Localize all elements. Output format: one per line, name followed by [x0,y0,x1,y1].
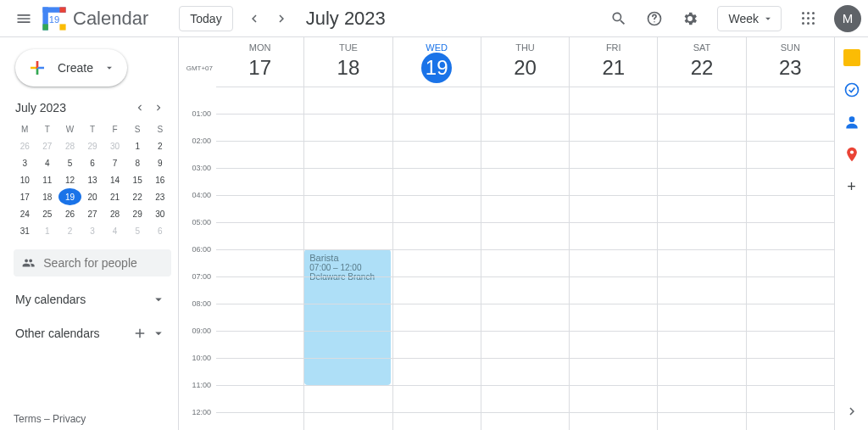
mini-day-cell[interactable]: 15 [126,171,149,188]
mini-day-cell[interactable]: 25 [36,205,59,222]
mini-day-cell[interactable]: 4 [36,154,59,171]
mini-day-cell[interactable]: 4 [103,222,126,239]
day-column[interactable] [392,87,481,430]
view-selector-label: Week [728,12,759,25]
mini-day-cell[interactable]: 13 [81,171,104,188]
my-calendars-toggle[interactable]: My calendars [14,288,171,310]
mini-dow-header: F [103,120,126,137]
mini-day-cell[interactable]: 11 [36,171,59,188]
mini-next-button[interactable] [149,98,168,117]
date-number[interactable]: 17 [245,53,275,83]
privacy-link[interactable]: Privacy [53,413,86,425]
date-number[interactable]: 23 [775,53,805,83]
mini-day-cell[interactable]: 27 [36,137,59,154]
search-people-input[interactable] [43,256,163,270]
next-period-button[interactable] [269,6,294,31]
mini-day-cell[interactable]: 14 [103,171,126,188]
mini-day-cell[interactable]: 6 [148,222,171,239]
tasks-button[interactable] [843,81,860,98]
search-button[interactable] [604,3,634,34]
view-selector[interactable]: Week [717,6,782,31]
mini-day-cell[interactable]: 22 [126,188,149,205]
app-title: Calendar [73,8,148,30]
date-number[interactable]: 18 [333,53,364,83]
day-of-week-label: Sun [747,42,834,53]
mini-day-cell[interactable]: 28 [58,137,81,154]
mini-day-cell[interactable]: 19 [58,188,81,205]
terms-link[interactable]: Terms [14,413,42,425]
hide-side-panel-button[interactable] [838,398,865,425]
main-menu-button[interactable] [7,2,41,36]
mini-day-cell[interactable]: 2 [58,222,81,239]
time-label: 09:00 [179,327,216,354]
mini-day-cell[interactable]: 3 [81,222,104,239]
other-calendars-toggle[interactable]: Other calendars [14,322,171,344]
mini-day-cell[interactable]: 21 [103,188,126,205]
calendar-grid[interactable]: 01:0002:0003:0004:0005:0006:0007:0008:00… [179,87,834,430]
prev-period-button[interactable] [242,6,267,31]
mini-day-cell[interactable]: 3 [14,154,36,171]
mini-calendar: MTWTFSS262728293012345678910111213141516… [14,120,171,239]
settings-button[interactable] [675,3,705,34]
mini-day-cell[interactable]: 9 [148,154,171,171]
mini-day-cell[interactable]: 7 [103,154,126,171]
account-avatar[interactable]: M [834,5,861,32]
mini-day-cell[interactable]: 30 [148,205,171,222]
create-button[interactable]: Create [15,49,127,87]
mini-day-cell[interactable]: 26 [14,137,36,154]
mini-day-cell[interactable]: 10 [14,171,36,188]
contacts-button[interactable] [843,114,860,131]
time-label: 11:00 [179,381,216,408]
today-button[interactable]: Today [179,6,232,31]
mini-day-cell[interactable]: 23 [148,188,171,205]
day-column[interactable] [746,87,834,430]
day-header: Sun23 [746,37,834,87]
mini-day-cell[interactable]: 26 [58,205,81,222]
day-column[interactable] [657,87,745,430]
mini-day-cell[interactable]: 31 [14,222,36,239]
google-apps-button[interactable] [793,3,824,34]
day-column[interactable] [216,87,303,430]
day-column[interactable]: Barista07:00 – 12:00Delaware Branch [303,87,392,430]
mini-prev-button[interactable] [131,98,149,117]
date-number[interactable]: 22 [687,53,717,83]
mini-day-cell[interactable]: 1 [36,222,59,239]
plus-icon [27,58,47,78]
maps-button[interactable] [843,146,860,163]
calendar-event[interactable]: Barista07:00 – 12:00Delaware Branch [304,249,390,385]
search-people-field[interactable] [14,249,171,276]
keep-button[interactable] [843,49,860,66]
support-button[interactable] [639,3,670,34]
day-column[interactable] [481,87,569,430]
mini-day-cell[interactable]: 6 [81,154,104,171]
mini-day-cell[interactable]: 27 [81,205,104,222]
mini-day-cell[interactable]: 1 [126,137,149,154]
mini-day-cell[interactable]: 8 [126,154,149,171]
date-number[interactable]: 19 [421,53,452,83]
mini-day-cell[interactable]: 29 [81,137,104,154]
chevron-down-icon [151,292,166,307]
day-of-week-label: Wed [393,42,481,53]
hour-gridline [216,87,834,87]
day-column[interactable] [569,87,657,430]
mini-day-cell[interactable]: 28 [103,205,126,222]
hour-gridline [216,168,834,169]
mini-calendar-title: July 2023 [15,101,66,114]
add-ons-button[interactable]: + [843,178,860,195]
mini-day-cell[interactable]: 29 [126,205,149,222]
mini-day-cell[interactable]: 16 [148,171,171,188]
svg-rect-3 [59,7,65,12]
mini-day-cell[interactable]: 12 [58,171,81,188]
date-number[interactable]: 20 [509,53,540,83]
mini-day-cell[interactable]: 30 [103,137,126,154]
mini-day-cell[interactable]: 20 [81,188,104,205]
add-icon[interactable] [132,326,147,341]
mini-day-cell[interactable]: 24 [14,205,36,222]
mini-day-cell[interactable]: 2 [148,137,171,154]
mini-day-cell[interactable]: 17 [14,188,36,205]
date-number[interactable]: 21 [598,53,629,83]
mini-day-cell[interactable]: 18 [36,188,59,205]
day-header: Sat22 [657,37,745,87]
mini-day-cell[interactable]: 5 [58,154,81,171]
mini-day-cell[interactable]: 5 [126,222,149,239]
